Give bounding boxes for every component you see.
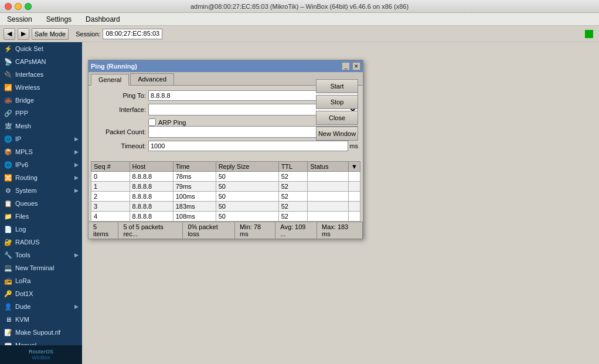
session-label: Session: xyxy=(76,30,100,38)
dialog-close-button[interactable]: ✕ xyxy=(352,62,360,70)
sidebar-item-ppp[interactable]: 🔗 PPP xyxy=(0,107,82,120)
sidebar-item-tools[interactable]: 🔧 Tools ▶ xyxy=(0,249,82,261)
window-controls[interactable] xyxy=(5,3,32,10)
cell-host: 8.8.8.8 xyxy=(130,182,173,192)
sidebar-item-bridge[interactable]: 🌉 Bridge xyxy=(0,94,82,107)
dialog-statusbar: 5 items 5 of 5 packets rec... 0% packet … xyxy=(89,222,363,239)
brand-text1: RouterOS xyxy=(4,349,79,355)
filter-icon[interactable]: ▼ xyxy=(349,162,360,172)
col-seq: Seq # xyxy=(91,162,130,172)
sidebar-item-capsman[interactable]: 📡 CAPsMAN xyxy=(0,55,82,68)
sidebar-item-wireless[interactable]: 📶 Wireless xyxy=(0,81,82,94)
sidebar-label-mesh: Mesh xyxy=(15,123,31,130)
cell-ttl: 52 xyxy=(278,182,308,192)
interfaces-icon: 🔌 xyxy=(4,70,13,79)
routing-arrow-icon: ▶ xyxy=(74,175,79,181)
sidebar-item-quick-set[interactable]: ⚡ Quick Set xyxy=(0,42,82,55)
safe-mode-button[interactable]: Safe Mode xyxy=(32,28,69,40)
sidebar-item-lora[interactable]: 📻 LoRa xyxy=(0,274,82,287)
tools-arrow-icon: ▶ xyxy=(74,252,79,258)
menu-bar: Session Settings Dashboard xyxy=(0,13,599,26)
arp-ping-label: ARP Ping xyxy=(158,119,186,126)
sidebar-item-log[interactable]: 📄 Log xyxy=(0,223,82,236)
capsman-icon: 📡 xyxy=(4,57,13,66)
sidebar-label-quick-set: Quick Set xyxy=(15,45,43,52)
sidebar-label-radius: RADIUS xyxy=(15,239,40,246)
timeout-label: Timeout: xyxy=(93,142,146,149)
cell-host: 8.8.8.8 xyxy=(130,202,173,212)
cell-ttl: 52 xyxy=(278,202,308,212)
minimize-window-button[interactable] xyxy=(15,3,22,10)
menu-settings[interactable]: Settings xyxy=(44,14,74,25)
forward-button[interactable]: ▶ xyxy=(18,28,29,40)
sidebar-label-tools: Tools xyxy=(15,251,30,258)
sidebar-label-queues: Queues xyxy=(15,200,38,207)
back-button[interactable]: ◀ xyxy=(4,28,15,40)
sidebar-item-queues[interactable]: 📋 Queues xyxy=(0,197,82,210)
new-terminal-icon: 💻 xyxy=(4,263,13,273)
close-window-button[interactable] xyxy=(5,3,12,10)
radius-icon: 🔐 xyxy=(4,237,13,247)
tab-general[interactable]: General xyxy=(91,74,129,86)
session-value: 08:00:27:EC:85:03 xyxy=(103,29,162,39)
sidebar-item-mesh[interactable]: 🕸 Mesh xyxy=(0,120,82,132)
cell-reply_size: 50 xyxy=(216,202,278,212)
sidebar-item-dude[interactable]: 👤 Dude ▶ xyxy=(0,300,82,313)
kvm-icon: 🖥 xyxy=(4,315,13,324)
cell-ttl: 52 xyxy=(278,192,308,202)
window-title: admin@08:00:27:EC:85:03 (MikroTik) – Win… xyxy=(190,3,409,10)
sidebar-item-system[interactable]: ⚙ System ▶ xyxy=(0,184,82,197)
ppp-icon: 🔗 xyxy=(4,108,13,118)
ping-dialog: Ping (Running) _ ✕ General Advanced P xyxy=(88,60,363,239)
arp-ping-checkbox[interactable] xyxy=(148,118,156,126)
tab-advanced[interactable]: Advanced xyxy=(130,73,174,85)
sidebar-label-dude: Dude xyxy=(15,303,30,310)
sidebar-item-routing[interactable]: 🔀 Routing ▶ xyxy=(0,171,82,184)
toolbar: ◀ ▶ Safe Mode Session: 08:00:27:EC:85:03 xyxy=(0,26,599,42)
sidebar-item-kvm[interactable]: 🖥 KVM xyxy=(0,313,82,326)
menu-session[interactable]: Session xyxy=(5,14,35,25)
start-button[interactable]: Start xyxy=(316,79,358,93)
mpls-icon: 📦 xyxy=(4,147,13,157)
status-items-count: 5 items xyxy=(89,222,118,239)
dialog-minimize-button[interactable]: _ xyxy=(342,62,350,70)
sidebar-item-make-supout[interactable]: 📝 Make Supout.rif xyxy=(0,326,82,339)
sidebar-item-radius[interactable]: 🔐 RADIUS xyxy=(0,236,82,249)
dot1x-icon: 🔑 xyxy=(4,289,13,298)
sidebar-item-ipv6[interactable]: 🌐 IPv6 ▶ xyxy=(0,158,82,171)
sidebar-item-dot1x[interactable]: 🔑 Dot1X xyxy=(0,287,82,300)
sidebar-label-kvm: KVM xyxy=(15,316,29,323)
mesh-icon: 🕸 xyxy=(4,121,13,131)
sidebar-item-files[interactable]: 📁 Files xyxy=(0,210,82,223)
sidebar-label-mpls: MPLS xyxy=(15,148,33,155)
ipv6-arrow-icon: ▶ xyxy=(74,162,79,168)
files-icon: 📁 xyxy=(4,212,13,221)
log-icon: 📄 xyxy=(4,224,13,234)
sidebar-label-system: System xyxy=(15,187,37,194)
sidebar-label-ppp: PPP xyxy=(15,110,28,117)
stop-button[interactable]: Stop xyxy=(316,95,358,109)
sidebar-item-ip[interactable]: 🌐 IP ▶ xyxy=(0,132,82,145)
cell-filter xyxy=(349,212,360,222)
cell-reply_size: 50 xyxy=(216,212,278,222)
col-ttl: TTL xyxy=(278,162,308,172)
menu-dashboard[interactable]: Dashboard xyxy=(83,14,122,25)
cell-seq: 0 xyxy=(91,172,130,182)
sidebar-item-mpls[interactable]: 📦 MPLS ▶ xyxy=(0,145,82,158)
queues-icon: 📋 xyxy=(4,199,13,208)
close-button[interactable]: Close xyxy=(316,111,358,125)
cell-reply_size: 50 xyxy=(216,182,278,192)
cell-status xyxy=(308,192,349,202)
cell-time: 183ms xyxy=(173,202,216,212)
sidebar-item-interfaces[interactable]: 🔌 Interfaces xyxy=(0,68,82,81)
make-supout-icon: 📝 xyxy=(4,328,13,337)
cell-seq: 4 xyxy=(91,212,130,222)
sidebar-label-interfaces: Interfaces xyxy=(15,71,43,78)
new-window-button[interactable]: New Window xyxy=(316,127,358,141)
maximize-window-button[interactable] xyxy=(25,3,32,10)
sidebar-item-new-terminal[interactable]: 💻 New Terminal xyxy=(0,261,82,274)
cell-filter xyxy=(349,172,360,182)
main-layout: ⚡ Quick Set 📡 CAPsMAN 🔌 Interfaces 📶 Wir… xyxy=(0,42,599,364)
lora-icon: 📻 xyxy=(4,276,13,285)
sidebar-label-capsman: CAPsMAN xyxy=(15,58,46,65)
